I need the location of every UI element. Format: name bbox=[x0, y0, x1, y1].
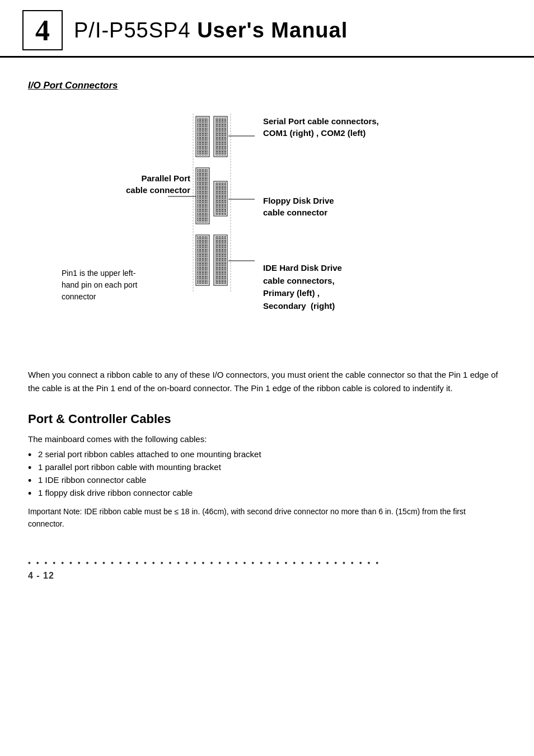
page-number: 4 - 12 bbox=[28, 571, 506, 581]
list-item: 2 serial port ribbon cables attached to … bbox=[28, 449, 506, 459]
cables-list: 2 serial port ribbon cables attached to … bbox=[28, 449, 506, 497]
page-footer: • • • • • • • • • • • • • • • • • • • • … bbox=[0, 547, 534, 586]
main-content: I/O Port Connectors bbox=[0, 58, 534, 547]
chapter-icon: 4 bbox=[22, 10, 63, 50]
floppy-label: Floppy Disk Drivecable connector bbox=[263, 195, 397, 218]
svg-rect-11 bbox=[215, 236, 226, 284]
list-item: 1 floppy disk drive ribbon connector cab… bbox=[28, 488, 506, 497]
svg-rect-1 bbox=[197, 118, 208, 156]
cables-section-heading: Port & Controller Cables bbox=[28, 412, 506, 426]
page-header: 4 P/I-P55SP4 User's Manual bbox=[0, 0, 534, 58]
cables-intro-text: The mainboard comes with the following c… bbox=[28, 434, 506, 444]
list-item: 1 IDE ribbon connector cable bbox=[28, 475, 506, 485]
svg-rect-7 bbox=[215, 182, 226, 215]
io-section-heading: I/O Port Connectors bbox=[28, 80, 506, 91]
io-diagram: Serial Port cable connectors,COM1 (right… bbox=[28, 105, 506, 351]
pin1-label: Pin1 is the upper left-hand pin on each … bbox=[62, 267, 174, 303]
svg-rect-9 bbox=[197, 236, 208, 284]
ribbon-cable-text: When you connect a ribbon cable to any o… bbox=[28, 368, 504, 395]
svg-rect-5 bbox=[197, 169, 208, 223]
ide-label: IDE Hard Disk Drivecable connectors,Prim… bbox=[263, 262, 420, 312]
serial-port-label: Serial Port cable connectors,COM1 (right… bbox=[263, 115, 431, 139]
footer-dots: • • • • • • • • • • • • • • • • • • • • … bbox=[28, 558, 506, 567]
list-item: 1 parallel port ribbon cable with mounti… bbox=[28, 462, 506, 472]
important-note-text: Important Note: IDE ribbon cable must be… bbox=[28, 505, 504, 530]
io-diagram-svg bbox=[28, 105, 509, 351]
page-title: P/I-P55SP4 User's Manual bbox=[74, 18, 348, 43]
parallel-port-label: Parallel Portcable connector bbox=[78, 172, 190, 196]
svg-rect-3 bbox=[215, 118, 226, 156]
